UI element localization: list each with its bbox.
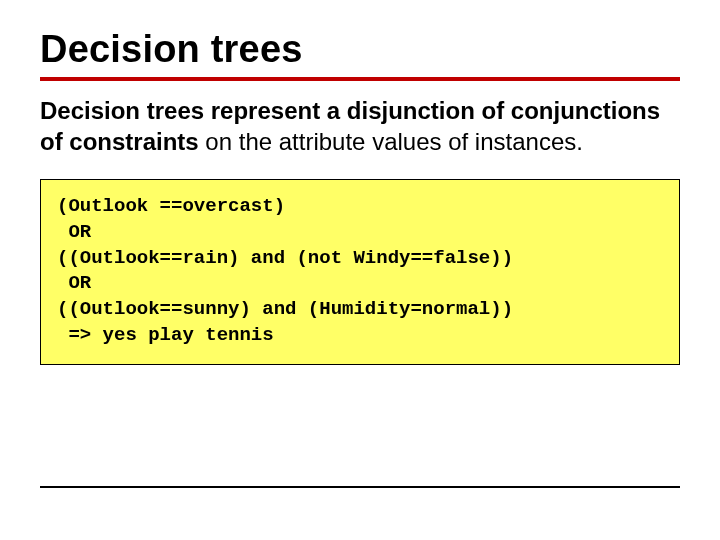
footer-rule [40,486,680,488]
code-line-6: => yes play tennis [57,324,274,346]
body-paragraph: Decision trees represent a disjunction o… [40,95,680,157]
code-line-3: ((Outlook==rain) and (not Windy==false)) [57,247,513,269]
code-line-1: (Outlook ==overcast) [57,195,285,217]
body-rest: on the attribute values of instances. [199,128,583,155]
slide-title: Decision trees [40,28,680,71]
code-line-4: OR [57,272,91,294]
code-line-2: OR [57,221,91,243]
code-line-5: ((Outlook==sunny) and (Humidity=normal)) [57,298,513,320]
title-underline [40,77,680,81]
slide: Decision trees Decision trees represent … [0,0,720,540]
code-block: (Outlook ==overcast) OR ((Outlook==rain)… [40,179,680,365]
